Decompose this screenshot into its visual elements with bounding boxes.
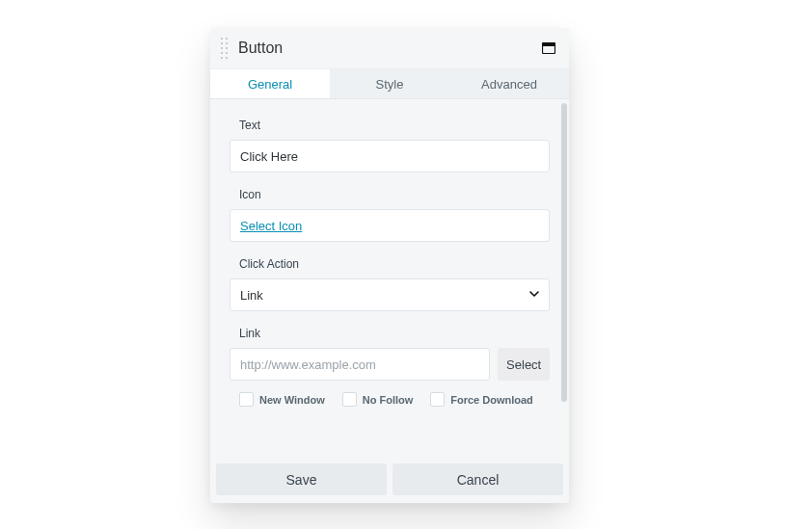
link-select-button[interactable]: Select — [498, 348, 550, 381]
click-action-select[interactable] — [230, 278, 550, 311]
new-window-option[interactable]: New Window — [239, 392, 325, 407]
svg-rect-1 — [543, 43, 555, 47]
field-icon: Icon Select Icon — [230, 188, 550, 242]
field-text: Text — [230, 119, 550, 172]
field-link: Link Select New Window No Follow — [230, 327, 550, 407]
click-action-label: Click Action — [230, 257, 550, 271]
panel-body: Text Icon Select Icon Click Action — [210, 99, 569, 457]
checkbox-icon[interactable] — [430, 392, 445, 407]
window-icon[interactable] — [542, 42, 555, 54]
panel-footer: Save Cancel — [210, 457, 569, 503]
cancel-button[interactable]: Cancel — [392, 463, 563, 495]
tab-style[interactable]: Style — [330, 69, 449, 98]
field-click-action: Click Action — [230, 257, 550, 311]
link-label: Link — [230, 327, 550, 340]
drag-handle-icon[interactable] — [218, 35, 230, 62]
text-input[interactable] — [230, 140, 550, 172]
button-settings-panel: Button General Style Advanced Text — [210, 28, 569, 503]
force-download-label: Force Download — [450, 394, 533, 406]
icon-label: Icon — [230, 188, 550, 201]
tabs: General Style Advanced — [210, 69, 569, 99]
panel-header: Button — [210, 28, 569, 69]
no-follow-label: No Follow — [363, 394, 414, 406]
checkbox-icon[interactable] — [239, 392, 254, 407]
no-follow-option[interactable]: No Follow — [342, 392, 414, 407]
new-window-label: New Window — [259, 394, 325, 406]
checkbox-icon[interactable] — [342, 392, 357, 407]
panel-title: Button — [238, 40, 542, 57]
tab-advanced[interactable]: Advanced — [449, 69, 569, 98]
tab-general[interactable]: General — [210, 69, 330, 98]
select-icon-link[interactable]: Select Icon — [240, 219, 302, 233]
force-download-option[interactable]: Force Download — [430, 392, 533, 407]
text-label: Text — [230, 119, 550, 132]
link-input[interactable] — [230, 348, 490, 381]
link-options: New Window No Follow Force Download — [230, 392, 550, 407]
save-button[interactable]: Save — [216, 463, 387, 495]
